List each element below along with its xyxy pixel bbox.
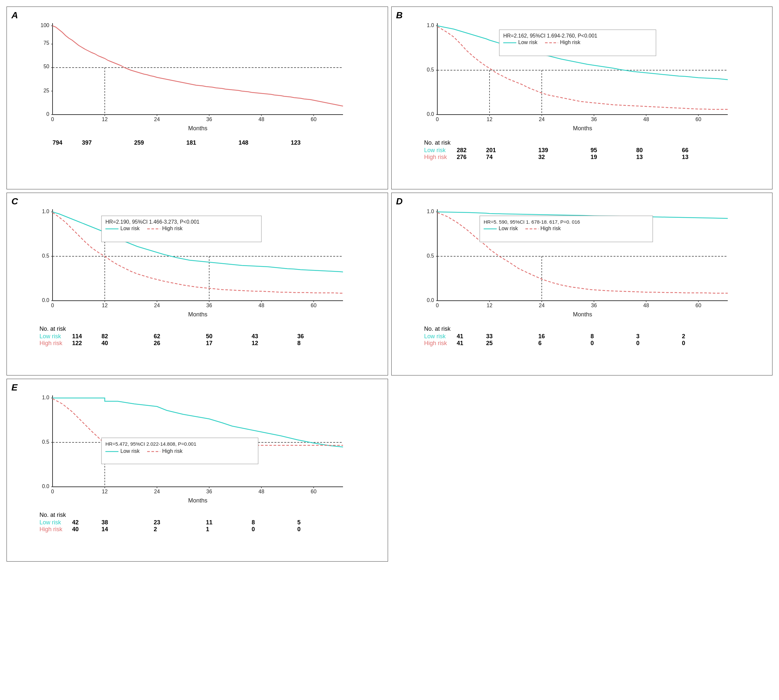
svg-text:High risk: High risk <box>560 40 581 45</box>
svg-text:12: 12 <box>102 489 108 494</box>
risk-table-e: No. at risk Low risk 42 38 23 11 8 5 Hig… <box>40 512 385 533</box>
svg-text:0.0: 0.0 <box>426 297 434 303</box>
svg-text:Low risk: Low risk <box>120 448 140 454</box>
svg-text:24: 24 <box>154 489 160 494</box>
svg-text:75: 75 <box>43 40 49 46</box>
svg-text:Months: Months <box>573 125 592 132</box>
svg-text:48: 48 <box>643 303 649 308</box>
svg-text:50: 50 <box>43 64 49 69</box>
svg-text:High risk: High risk <box>541 226 561 231</box>
svg-text:36: 36 <box>591 303 597 308</box>
panel-a-label: A <box>12 10 18 20</box>
svg-text:36: 36 <box>206 489 212 494</box>
svg-text:High risk: High risk <box>162 448 183 454</box>
panel-c: C 0.0 0.5 1.0 0 12 24 36 48 60 <box>7 193 388 375</box>
svg-text:0.5: 0.5 <box>42 439 49 445</box>
chart-a: 0 25 50 75 100 0 12 24 36 48 60 <box>36 20 350 137</box>
svg-text:24: 24 <box>154 303 160 308</box>
svg-text:Months: Months <box>188 125 207 132</box>
svg-text:48: 48 <box>258 489 264 494</box>
svg-text:60: 60 <box>311 303 316 308</box>
chart-e: 0.0 0.5 1.0 0 12 24 36 48 60 <box>36 392 350 510</box>
svg-text:HR=5. 590, 95%CI 1. 678-18. 61: HR=5. 590, 95%CI 1. 678-18. 617, P=0. 01… <box>484 219 580 225</box>
svg-text:Low risk: Low risk <box>120 226 140 231</box>
svg-text:60: 60 <box>696 117 701 122</box>
empty-cell <box>391 379 773 562</box>
svg-text:0.0: 0.0 <box>42 297 49 303</box>
svg-text:12: 12 <box>487 117 493 122</box>
svg-text:12: 12 <box>102 303 108 308</box>
svg-text:Low risk: Low risk <box>499 226 518 231</box>
chart-b: 0.0 0.5 1.0 0 12 24 36 48 60 <box>421 20 734 137</box>
svg-text:0: 0 <box>436 117 439 122</box>
svg-text:Months: Months <box>188 497 207 504</box>
svg-text:High risk: High risk <box>162 226 183 231</box>
svg-text:25: 25 <box>43 88 49 93</box>
svg-text:0: 0 <box>51 489 54 494</box>
svg-text:0: 0 <box>47 111 49 117</box>
risk-table-d: No. at risk Low risk 41 33 16 8 3 2 High… <box>424 325 769 347</box>
svg-text:1.0: 1.0 <box>426 208 434 214</box>
svg-text:0.5: 0.5 <box>426 67 434 72</box>
svg-text:Low risk: Low risk <box>518 40 538 45</box>
risk-row-a: 794 397 259 181 148 123 <box>53 139 385 146</box>
svg-text:60: 60 <box>311 489 316 494</box>
svg-text:24: 24 <box>539 303 545 308</box>
svg-text:HR=2.190, 95%CI 1.466-3.273, P: HR=2.190, 95%CI 1.466-3.273, P<0.001 <box>105 219 200 225</box>
svg-text:48: 48 <box>643 117 649 122</box>
panel-d-label: D <box>396 196 403 207</box>
risk-table-c: No. at risk Low risk 114 82 62 50 43 36 … <box>40 325 385 347</box>
svg-text:60: 60 <box>311 117 316 122</box>
svg-text:24: 24 <box>154 117 160 122</box>
svg-text:36: 36 <box>206 117 212 122</box>
svg-text:24: 24 <box>539 117 545 122</box>
svg-text:60: 60 <box>696 303 701 308</box>
svg-text:0: 0 <box>51 117 54 122</box>
chart-c: 0.0 0.5 1.0 0 12 24 36 48 60 <box>36 206 350 323</box>
svg-text:Months: Months <box>573 311 592 318</box>
svg-text:0.5: 0.5 <box>42 253 49 258</box>
chart-d: 0.0 0.5 1.0 0 12 24 36 48 60 <box>421 206 734 323</box>
svg-text:0.5: 0.5 <box>426 253 434 258</box>
svg-text:1.0: 1.0 <box>42 208 49 214</box>
main-grid: A 0 25 50 75 100 0 12 24 3 <box>0 0 779 568</box>
svg-text:36: 36 <box>206 303 212 308</box>
svg-text:1.0: 1.0 <box>42 395 49 400</box>
svg-text:36: 36 <box>591 117 597 122</box>
svg-text:12: 12 <box>487 303 493 308</box>
svg-text:100: 100 <box>40 23 49 28</box>
svg-text:0: 0 <box>51 303 54 308</box>
panel-c-label: C <box>12 196 18 207</box>
svg-text:HR=2.162, 95%CI 1.694-2.760, P: HR=2.162, 95%CI 1.694-2.760, P<0.001 <box>503 33 597 38</box>
panel-e-label: E <box>12 382 18 393</box>
svg-text:12: 12 <box>102 117 108 122</box>
svg-text:1.0: 1.0 <box>426 23 434 28</box>
panel-b-label: B <box>396 10 403 20</box>
svg-text:0.0: 0.0 <box>42 483 49 489</box>
panel-b: B 0.0 0.5 1.0 0 12 24 36 48 60 <box>391 7 773 189</box>
svg-text:0.0: 0.0 <box>426 111 434 117</box>
svg-text:HR=5.472, 95%CI 2.022-14.808, : HR=5.472, 95%CI 2.022-14.808, P=0.001 <box>105 441 196 447</box>
risk-table-b: No. at risk Low risk 282 201 139 95 80 6… <box>424 139 769 161</box>
panel-d: D 0.0 0.5 1.0 0 12 24 36 48 60 <box>391 193 773 375</box>
svg-text:48: 48 <box>258 117 264 122</box>
svg-text:Months: Months <box>188 311 207 318</box>
panel-a: A 0 25 50 75 100 0 12 24 3 <box>7 7 388 189</box>
panel-e: E 0.0 0.5 1.0 0 12 24 36 48 60 <box>7 379 388 562</box>
svg-text:48: 48 <box>258 303 264 308</box>
svg-text:0: 0 <box>436 303 439 308</box>
